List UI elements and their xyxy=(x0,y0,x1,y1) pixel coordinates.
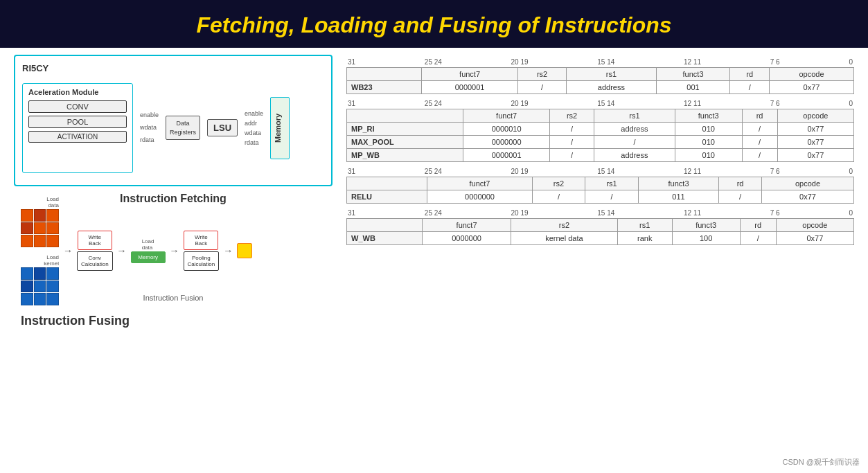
table-block-1: 31 25 24 20 19 15 14 12 11 7 6 0 funct7 … xyxy=(346,58,854,94)
cubes-column: Loaddata Loadkernel xyxy=(21,196,59,305)
slide-title: Fetching, Loading and Fusing of Instruct… xyxy=(14,12,854,38)
table-row: WB23 0000001 / address 001 / 0x77 xyxy=(347,81,854,94)
bit-header-3: 31 25 24 20 19 15 14 12 11 7 6 0 xyxy=(346,168,854,175)
table-row: RELU 0000000 / / 011 / 0x77 xyxy=(347,190,854,204)
fusing-section: Instruction Fusing xyxy=(14,310,333,328)
table-row: MP_WB 0000001 / address 010 / 0x77 xyxy=(347,149,854,162)
conv-block: CONV xyxy=(28,100,127,113)
title-bar: Fetching, Loading and Fusing of Instruct… xyxy=(0,0,868,48)
table-block-4: 31 25 24 20 19 15 14 12 11 7 6 0 funct7 … xyxy=(346,209,854,245)
instr-table-2: funct7 rs2 rs1 funct3 rd opcode MP_RI 00… xyxy=(346,109,854,162)
table-row: MAX_POOL 0000000 / / 010 / 0x77 xyxy=(347,136,854,149)
arrow4: → xyxy=(223,245,233,256)
content-area: RI5CY Aceleration Module CONV POOL ACTIV… xyxy=(0,48,868,473)
col-empty xyxy=(347,68,422,81)
conv-calc: ConvCalculation xyxy=(77,251,113,271)
col-funct7: funct7 xyxy=(422,68,518,81)
activation-block: ACTIVATION xyxy=(28,131,127,143)
bit-header-4: 31 25 24 20 19 15 14 12 11 7 6 0 xyxy=(346,209,854,217)
instr-table-3: funct7 rs2 rs1 funct3 rd opcode RELU 000… xyxy=(346,177,854,204)
fetch-section: Instruction Fetching Loaddata xyxy=(14,193,333,302)
arch-inner: Aceleration Module CONV POOL ACTIVATION … xyxy=(22,78,324,178)
col-rd: rd xyxy=(730,68,770,81)
memory-small: Memory xyxy=(131,251,166,263)
table-block-3: 31 25 24 20 19 15 14 12 11 7 6 0 funct7 … xyxy=(346,168,854,204)
col-funct3: funct3 xyxy=(656,68,730,81)
slide: Fetching, Loading and Fusing of Instruct… xyxy=(0,0,868,473)
fetch-diagram: Loaddata Loadkernel xyxy=(14,209,333,292)
right-panel: 31 25 24 20 19 15 14 12 11 7 6 0 funct7 … xyxy=(346,55,854,466)
col-rs1: rs1 xyxy=(567,68,657,81)
accel-title: Aceleration Module xyxy=(28,88,127,96)
pooling-calc: PoolingCalculation xyxy=(184,251,220,271)
table-block-2: 31 25 24 20 19 15 14 12 11 7 6 0 funct7 … xyxy=(346,100,854,162)
blue-cube xyxy=(21,267,59,305)
col-opcode: opcode xyxy=(770,68,854,81)
arrow1: → xyxy=(63,245,73,256)
table-row: MP_RI 0000010 / address 010 / 0x77 xyxy=(347,123,854,136)
accel-module: Aceleration Module CONV POOL ACTIVATION xyxy=(22,83,133,173)
write-back-1: WriteBack xyxy=(78,231,112,250)
bit-header-1: 31 25 24 20 19 15 14 12 11 7 6 0 xyxy=(346,58,854,66)
output-block xyxy=(237,243,252,258)
arrow2: → xyxy=(117,245,127,256)
memory-block: Memory xyxy=(270,97,290,159)
instr-table-4: funct7 rs2 rs1 funct3 rd opcode W_WB 000… xyxy=(346,218,854,245)
table-row: W_WB 0000000 kernel data rank 100 / 0x77 xyxy=(347,232,854,245)
lsu-block: LSU xyxy=(207,119,238,136)
instr-table-1: funct7 rs2 rs1 funct3 rd opcode WB23 000… xyxy=(346,67,854,94)
fusion-label: Instruction Fusion xyxy=(14,294,333,302)
arch-diagram: RI5CY Aceleration Module CONV POOL ACTIV… xyxy=(14,55,333,186)
write-back-2: WriteBack xyxy=(184,231,218,250)
left-panel: RI5CY Aceleration Module CONV POOL ACTIV… xyxy=(14,55,333,466)
fusing-title: Instruction Fusing xyxy=(21,314,333,328)
arrow3: → xyxy=(170,245,179,256)
pool-block: POOL xyxy=(28,116,127,128)
arch-label: RI5CY xyxy=(22,63,324,73)
fetch-title: Instruction Fetching xyxy=(14,193,333,205)
orange-cube xyxy=(21,209,59,247)
data-reg-block: DataRegisters xyxy=(166,116,200,140)
col-rs2: rs2 xyxy=(517,68,566,81)
bit-header-2: 31 25 24 20 19 15 14 12 11 7 6 0 xyxy=(346,100,854,107)
watermark: CSDN @观千剑而识器 xyxy=(783,457,860,467)
